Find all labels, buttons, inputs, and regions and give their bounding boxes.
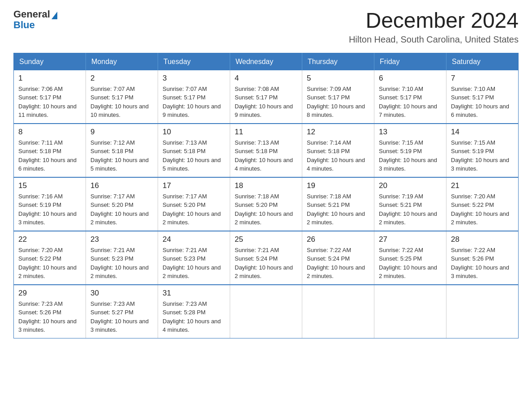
day-number: 26 [307,235,369,244]
calendar-day-cell [230,285,302,338]
day-info: Sunrise: 7:07 AM Sunset: 5:17 PM Dayligh… [163,85,225,120]
day-info: Sunrise: 7:21 AM Sunset: 5:23 PM Dayligh… [163,246,225,281]
day-info: Sunrise: 7:06 AM Sunset: 5:17 PM Dayligh… [18,85,81,120]
calendar-day-cell [374,285,446,338]
calendar-week-row: 29 Sunrise: 7:23 AM Sunset: 5:26 PM Dayl… [14,285,519,338]
calendar-week-row: 1 Sunrise: 7:06 AM Sunset: 5:17 PM Dayli… [14,70,519,124]
day-number: 22 [18,235,81,244]
calendar-day-cell: 21 Sunrise: 7:20 AM Sunset: 5:22 PM Dayl… [446,177,519,231]
day-number: 7 [451,74,514,83]
day-info: Sunrise: 7:21 AM Sunset: 5:24 PM Dayligh… [235,246,297,281]
calendar-day-cell: 29 Sunrise: 7:23 AM Sunset: 5:26 PM Dayl… [14,285,86,338]
logo-arrow-icon [51,12,57,19]
calendar-day-cell: 2 Sunrise: 7:07 AM Sunset: 5:17 PM Dayli… [86,70,158,124]
day-info: Sunrise: 7:18 AM Sunset: 5:20 PM Dayligh… [235,192,297,227]
calendar-day-cell: 14 Sunrise: 7:15 AM Sunset: 5:19 PM Dayl… [446,124,519,177]
day-number: 21 [451,181,514,190]
day-info: Sunrise: 7:19 AM Sunset: 5:21 PM Dayligh… [379,192,442,227]
day-info: Sunrise: 7:22 AM Sunset: 5:24 PM Dayligh… [307,246,369,281]
day-number: 17 [163,181,225,190]
calendar-day-cell: 1 Sunrise: 7:06 AM Sunset: 5:17 PM Dayli… [14,70,86,124]
weekday-header-saturday: Saturday [446,53,519,70]
day-info: Sunrise: 7:13 AM Sunset: 5:18 PM Dayligh… [163,138,225,173]
calendar-day-cell: 7 Sunrise: 7:10 AM Sunset: 5:17 PM Dayli… [446,70,519,124]
calendar-day-cell: 5 Sunrise: 7:09 AM Sunset: 5:17 PM Dayli… [302,70,374,124]
day-number: 20 [379,181,442,190]
calendar-day-cell: 8 Sunrise: 7:11 AM Sunset: 5:18 PM Dayli… [14,124,86,177]
calendar-week-row: 15 Sunrise: 7:16 AM Sunset: 5:19 PM Dayl… [14,177,519,231]
day-number: 14 [451,128,514,137]
calendar-day-cell: 10 Sunrise: 7:13 AM Sunset: 5:18 PM Dayl… [158,124,230,177]
day-info: Sunrise: 7:10 AM Sunset: 5:17 PM Dayligh… [379,85,442,120]
day-info: Sunrise: 7:12 AM Sunset: 5:18 PM Dayligh… [90,138,153,173]
page-header: General Blue December 2024 Hilton Head, … [13,9,519,45]
day-number: 3 [163,74,225,83]
page-subtitle: Hilton Head, South Carolina, United Stat… [349,34,519,45]
calendar-day-cell: 30 Sunrise: 7:23 AM Sunset: 5:27 PM Dayl… [86,285,158,338]
day-info: Sunrise: 7:11 AM Sunset: 5:18 PM Dayligh… [18,138,81,173]
calendar-day-cell: 26 Sunrise: 7:22 AM Sunset: 5:24 PM Dayl… [302,231,374,285]
day-number: 2 [90,74,153,83]
calendar-day-cell: 6 Sunrise: 7:10 AM Sunset: 5:17 PM Dayli… [374,70,446,124]
calendar-day-cell [302,285,374,338]
calendar-day-cell: 23 Sunrise: 7:21 AM Sunset: 5:23 PM Dayl… [86,231,158,285]
day-info: Sunrise: 7:15 AM Sunset: 5:19 PM Dayligh… [451,138,514,173]
calendar-day-cell: 4 Sunrise: 7:08 AM Sunset: 5:17 PM Dayli… [230,70,302,124]
calendar-day-cell: 31 Sunrise: 7:23 AM Sunset: 5:28 PM Dayl… [158,285,230,338]
day-number: 16 [90,181,153,190]
day-info: Sunrise: 7:15 AM Sunset: 5:19 PM Dayligh… [379,138,442,173]
day-info: Sunrise: 7:16 AM Sunset: 5:19 PM Dayligh… [18,192,81,227]
day-info: Sunrise: 7:13 AM Sunset: 5:18 PM Dayligh… [235,138,297,173]
calendar-day-cell: 20 Sunrise: 7:19 AM Sunset: 5:21 PM Dayl… [374,177,446,231]
day-number: 8 [18,128,81,137]
day-number: 1 [18,74,81,83]
calendar-day-cell: 24 Sunrise: 7:21 AM Sunset: 5:23 PM Dayl… [158,231,230,285]
calendar-week-row: 22 Sunrise: 7:20 AM Sunset: 5:22 PM Dayl… [14,231,519,285]
calendar-table: SundayMondayTuesdayWednesdayThursdayFrid… [13,53,519,338]
day-info: Sunrise: 7:17 AM Sunset: 5:20 PM Dayligh… [163,192,225,227]
day-number: 31 [163,289,225,298]
day-info: Sunrise: 7:23 AM Sunset: 5:28 PM Dayligh… [163,300,225,334]
calendar-day-cell: 11 Sunrise: 7:13 AM Sunset: 5:18 PM Dayl… [230,124,302,177]
day-number: 11 [235,128,297,137]
day-info: Sunrise: 7:10 AM Sunset: 5:17 PM Dayligh… [451,85,514,120]
weekday-header-wednesday: Wednesday [230,53,302,70]
weekday-header-tuesday: Tuesday [158,53,230,70]
calendar-day-cell: 13 Sunrise: 7:15 AM Sunset: 5:19 PM Dayl… [374,124,446,177]
day-info: Sunrise: 7:17 AM Sunset: 5:20 PM Dayligh… [90,192,153,227]
day-number: 4 [235,74,297,83]
day-info: Sunrise: 7:09 AM Sunset: 5:17 PM Dayligh… [307,85,369,120]
logo: General Blue [13,9,57,30]
weekday-header-thursday: Thursday [302,53,374,70]
day-number: 29 [18,289,81,298]
calendar-day-cell: 16 Sunrise: 7:17 AM Sunset: 5:20 PM Dayl… [86,177,158,231]
day-number: 27 [379,235,442,244]
day-info: Sunrise: 7:22 AM Sunset: 5:26 PM Dayligh… [451,246,514,281]
day-number: 10 [163,128,225,137]
calendar-day-cell: 25 Sunrise: 7:21 AM Sunset: 5:24 PM Dayl… [230,231,302,285]
day-number: 13 [379,128,442,137]
day-info: Sunrise: 7:21 AM Sunset: 5:23 PM Dayligh… [90,246,153,281]
calendar-day-cell: 17 Sunrise: 7:17 AM Sunset: 5:20 PM Dayl… [158,177,230,231]
logo-general-text: General [13,9,57,20]
weekday-header-sunday: Sunday [14,53,86,70]
calendar-day-cell: 28 Sunrise: 7:22 AM Sunset: 5:26 PM Dayl… [446,231,519,285]
title-area: December 2024 Hilton Head, South Carolin… [349,9,519,45]
calendar-day-cell: 27 Sunrise: 7:22 AM Sunset: 5:25 PM Dayl… [374,231,446,285]
day-number: 12 [307,128,369,137]
day-info: Sunrise: 7:22 AM Sunset: 5:25 PM Dayligh… [379,246,442,281]
day-number: 23 [90,235,153,244]
calendar-day-cell: 9 Sunrise: 7:12 AM Sunset: 5:18 PM Dayli… [86,124,158,177]
calendar-day-cell: 18 Sunrise: 7:18 AM Sunset: 5:20 PM Dayl… [230,177,302,231]
day-number: 5 [307,74,369,83]
day-number: 18 [235,181,297,190]
day-number: 9 [90,128,153,137]
calendar-header-row: SundayMondayTuesdayWednesdayThursdayFrid… [14,53,519,70]
day-info: Sunrise: 7:20 AM Sunset: 5:22 PM Dayligh… [451,192,514,227]
weekday-header-friday: Friday [374,53,446,70]
day-number: 30 [90,289,153,298]
calendar-day-cell: 15 Sunrise: 7:16 AM Sunset: 5:19 PM Dayl… [14,177,86,231]
day-info: Sunrise: 7:18 AM Sunset: 5:21 PM Dayligh… [307,192,369,227]
day-info: Sunrise: 7:07 AM Sunset: 5:17 PM Dayligh… [90,85,153,120]
day-number: 19 [307,181,369,190]
